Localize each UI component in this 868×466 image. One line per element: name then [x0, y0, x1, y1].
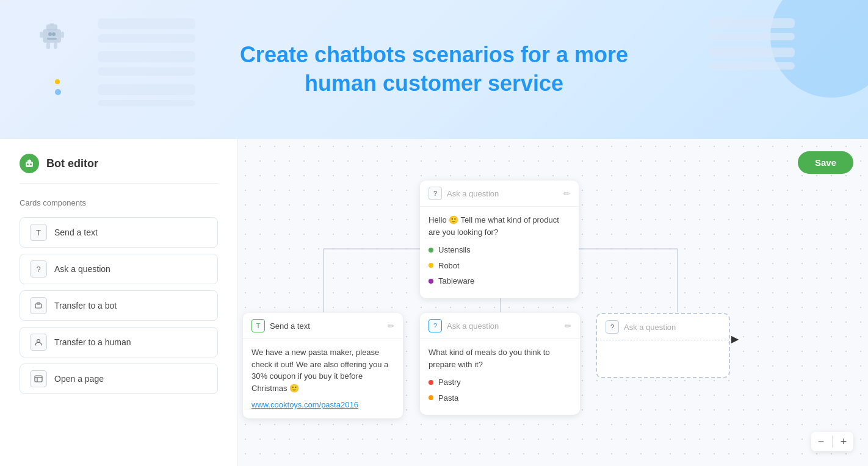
zoom-controls: − + [811, 432, 853, 451]
card-ask-meals-body: What kind of meals do you think to prepa… [420, 339, 580, 415]
component-list: T Send a text ? Ask a question Transfer … [20, 217, 218, 394]
open-page-label: Open a page [54, 374, 104, 384]
option-tableware: Tableware [429, 275, 570, 287]
card-ask-ghost-title: Ask a question [624, 323, 676, 332]
card-ask-ghost-header-left: ? Ask a question [606, 320, 676, 334]
hero-title-line1: Create chatbots scenarios for a more [240, 42, 628, 67]
deco-dots [55, 79, 61, 95]
option-dot-orange [429, 395, 433, 400]
option-robot: Robot [429, 260, 570, 272]
zoom-out-button[interactable]: − [811, 432, 831, 451]
card-ask-meals: ? Ask a question ✏ What kind of meals do… [420, 313, 580, 415]
zoom-in-button[interactable]: + [834, 432, 853, 451]
transfer-bot-label: Transfer to a bot [54, 301, 117, 310]
svg-point-2 [48, 32, 52, 36]
card-ask-top: ? Ask a question ✏ Hello 🙂 Tell me what … [420, 181, 579, 298]
deco-cards-left [98, 18, 195, 111]
deco-cards-right [709, 18, 795, 74]
send-text-label: Send a text [54, 228, 98, 237]
canvas-area[interactable]: Save ? Ask a question ✏ Hell [238, 139, 868, 466]
svg-rect-18 [35, 376, 42, 382]
svg-point-12 [27, 163, 29, 165]
svg-rect-10 [26, 162, 33, 167]
card-ask-meals-edit-icon[interactable]: ✏ [565, 321, 571, 331]
option-dot-green [429, 248, 433, 253]
card-ask-meals-type-icon: ? [429, 319, 442, 332]
transfer-human-label: Transfer to a human [54, 337, 131, 347]
sidebar-header: Bot editor [20, 154, 218, 184]
card-ask-top-options: Ustensils Robot Tableware [429, 244, 570, 287]
svg-rect-9 [50, 23, 54, 26]
card-ask-meals-header-left: ? Ask a question [429, 319, 499, 332]
card-ask-meals-header: ? Ask a question ✏ [420, 313, 580, 339]
card-send-text: T Send a text ✏ We have a new pasta make… [243, 313, 403, 418]
card-send-text-link[interactable]: www.cooktoys.com/pasta2016 [251, 400, 358, 409]
option-pasta-label: Pasta [438, 392, 458, 404]
transfer-bot-icon [30, 297, 47, 314]
main-layout: Bot editor Cards components T Send a tex… [0, 139, 868, 466]
component-ask-question[interactable]: ? Ask a question [20, 254, 218, 284]
save-button[interactable]: Save [798, 151, 853, 174]
open-page-icon [30, 370, 47, 387]
component-transfer-bot[interactable]: Transfer to a bot [20, 290, 218, 321]
svg-rect-6 [61, 32, 64, 38]
cards-section-title: Cards components [20, 198, 218, 207]
hero-title: Create chatbots scenarios for a more hum… [240, 41, 628, 98]
sidebar: Bot editor Cards components T Send a tex… [0, 139, 238, 466]
component-transfer-human[interactable]: Transfer to a human [20, 327, 218, 357]
deco-robot [37, 18, 67, 54]
card-send-text-title: Send a text [270, 321, 310, 331]
option-ustensils: Ustensils [429, 244, 570, 256]
transfer-human-icon [30, 334, 47, 351]
card-send-text-body: We have a new pasta maker, please check … [243, 339, 403, 418]
component-open-page[interactable]: Open a page [20, 364, 218, 394]
option-robot-label: Robot [438, 260, 460, 272]
option-dot-red [429, 380, 433, 385]
svg-point-3 [52, 32, 56, 36]
bot-icon [20, 154, 39, 173]
card-ask-top-title: Ask a question [447, 189, 499, 198]
card-ask-meals-text: What kind of meals do you think to prepa… [429, 346, 571, 370]
card-send-text-edit-icon[interactable]: ✏ [388, 321, 394, 331]
card-ask-ghost-body [597, 340, 729, 377]
card-ask-meals-title: Ask a question [447, 321, 499, 331]
card-ask-top-header-left: ? Ask a question [429, 187, 499, 200]
card-send-text-header: T Send a text ✏ [243, 313, 403, 339]
ask-question-label: Ask a question [54, 264, 110, 274]
card-send-text-content: We have a new pasta maker, please check … [251, 346, 394, 394]
card-ask-top-text: Hello 🙂 Tell me what kind of product are… [429, 214, 570, 238]
sidebar-title: Bot editor [46, 157, 98, 170]
ask-question-icon: ? [30, 260, 47, 278]
option-ustensils-label: Ustensils [438, 244, 471, 256]
card-ask-top-body: Hello 🙂 Tell me what kind of product are… [420, 207, 579, 298]
option-tableware-label: Tableware [438, 275, 474, 287]
svg-rect-7 [46, 43, 50, 49]
card-ask-ghost-type-icon: ? [606, 320, 619, 334]
option-pasta: Pasta [429, 392, 571, 404]
send-text-icon: T [30, 224, 47, 241]
svg-rect-4 [47, 38, 57, 40]
svg-rect-14 [29, 160, 30, 161]
cursor-icon: ▶ [731, 333, 739, 345]
card-send-text-type-icon: T [251, 319, 265, 332]
zoom-divider [832, 436, 833, 448]
svg-rect-8 [54, 43, 57, 49]
card-ask-ghost-header: ? Ask a question [597, 314, 729, 340]
card-ask-top-edit-icon[interactable]: ✏ [563, 189, 570, 198]
card-ask-top-header: ? Ask a question ✏ [420, 181, 579, 207]
card-ask-meals-options: Pastry Pasta [429, 376, 571, 404]
hero-section: Create chatbots scenarios for a more hum… [0, 0, 868, 139]
svg-point-13 [30, 163, 32, 165]
hero-title-line2: human customer service [305, 71, 563, 96]
card-ask-top-type-icon: ? [429, 187, 442, 200]
option-dot-yellow [429, 263, 433, 268]
card-ask-ghost: ? Ask a question [596, 313, 730, 378]
card-send-text-header-left: T Send a text [251, 319, 310, 332]
option-pastry: Pastry [429, 376, 571, 389]
svg-rect-0 [43, 29, 61, 43]
option-dot-purple [429, 279, 433, 284]
option-pastry-label: Pastry [438, 376, 461, 389]
component-send-text[interactable]: T Send a text [20, 217, 218, 248]
svg-rect-5 [40, 32, 43, 38]
